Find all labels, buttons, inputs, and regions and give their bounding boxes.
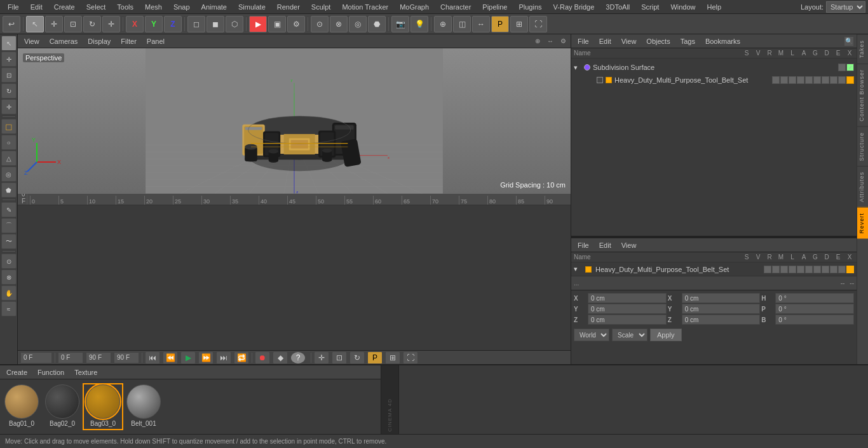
z-size-input[interactable]: 0 cm <box>682 315 761 325</box>
om-file-btn[interactable]: File <box>574 37 593 46</box>
vp-lock-icon[interactable]: ⊕ <box>532 36 543 46</box>
toolbelt-icon-3[interactable] <box>789 76 796 84</box>
pen-btn[interactable]: ✎ <box>1 202 17 217</box>
toolbelt-icon-8[interactable] <box>830 76 837 84</box>
bezier-btn[interactable]: 〜 <box>1 234 17 249</box>
mat-ball-belt[interactable]: Belt_001 <box>125 384 163 429</box>
keyframe-btn[interactable]: ◆ <box>273 351 288 364</box>
attr-icon-2[interactable] <box>772 266 780 273</box>
render-settings-button[interactable]: ⚙ <box>287 16 305 32</box>
cone-btn[interactable]: △ <box>1 151 17 166</box>
vtab-takes[interactable]: Takes <box>857 34 868 64</box>
vtab-revert[interactable]: Revert <box>857 207 868 239</box>
menu-file[interactable]: File <box>3 2 24 12</box>
attr-icon-4[interactable] <box>789 266 796 273</box>
menu-mesh[interactable]: Mesh <box>140 2 167 12</box>
move-left-btn[interactable]: ✛ <box>1 51 17 67</box>
y-rot-input[interactable]: 0 ° <box>775 304 854 314</box>
vtab-content-browser[interactable]: Content Browser <box>857 64 868 126</box>
transform-left-btn[interactable]: ✛ <box>1 99 17 114</box>
attr-icon-1[interactable] <box>764 266 771 273</box>
grab-btn[interactable]: ✋ <box>1 285 17 301</box>
loop-btn[interactable]: 🔁 <box>234 351 249 364</box>
spline-btn[interactable]: ⌒ <box>1 218 17 233</box>
mat-ball-bag03[interactable]: Bag03_0 <box>84 384 122 429</box>
vp-settings-icon[interactable]: ⚙ <box>558 36 568 46</box>
render-view-button[interactable]: ▶ <box>249 16 267 32</box>
scale-dropdown[interactable]: Scale <box>612 329 648 341</box>
light-button[interactable]: 💡 <box>410 16 428 32</box>
viewport-3d[interactable]: Perspective <box>18 48 571 194</box>
toolbelt-icon-6[interactable] <box>813 76 821 84</box>
attr-icon-6[interactable] <box>805 266 813 273</box>
snap-button[interactable]: ⊙ <box>311 16 329 32</box>
world-dropdown[interactable]: World <box>574 329 609 341</box>
menu-3dtoall[interactable]: 3DToAll <box>600 2 635 12</box>
toolbelt-icon-9[interactable] <box>838 76 846 84</box>
paint-btn[interactable]: ⊗ <box>1 269 17 285</box>
mat-create-btn[interactable]: Create <box>3 368 31 377</box>
menu-select[interactable]: Select <box>81 2 111 12</box>
om-bookmarks-btn[interactable]: Bookmarks <box>702 37 744 46</box>
vtab-structure[interactable]: Structure <box>857 126 868 166</box>
z-rot-input[interactable]: 0 ° <box>775 315 854 325</box>
om-objects-btn[interactable]: Objects <box>642 37 674 46</box>
cube-btn[interactable]: ◻ <box>1 119 17 134</box>
toolbelt-icon-4[interactable] <box>797 76 804 84</box>
y-pos-input[interactable]: 0 cm <box>588 304 667 314</box>
z-axis-button[interactable]: Z <box>164 16 182 32</box>
vtab-attributes[interactable]: Attributes <box>857 166 868 207</box>
rotate-left-btn[interactable]: ↻ <box>1 83 17 98</box>
layout-select[interactable]: Startup <box>826 1 865 13</box>
attr-icon-5[interactable] <box>797 266 804 273</box>
x-axis-button[interactable]: X <box>126 16 144 32</box>
mat-ball-bag01[interactable]: Bag01_0 <box>3 384 41 429</box>
scale-tool-button[interactable]: ⊡ <box>64 16 82 32</box>
vp-cameras-btn[interactable]: Cameras <box>46 37 82 46</box>
sphere-btn[interactable]: ○ <box>1 135 17 150</box>
menu-plugins[interactable]: Plugins <box>513 2 546 12</box>
render-region-button[interactable]: ▣ <box>268 16 286 32</box>
mat-ball-bag02[interactable]: Bag02_0 <box>43 384 81 429</box>
prefs-button[interactable]: P <box>491 16 509 32</box>
go-to-end-btn[interactable]: ⏭ <box>216 351 231 364</box>
smooth-btn[interactable]: ≈ <box>1 301 17 316</box>
menu-script[interactable]: Script <box>636 2 664 12</box>
menu-create[interactable]: Create <box>49 2 80 12</box>
help-btn[interactable]: ? <box>290 351 306 364</box>
menu-snap[interactable]: Snap <box>168 2 195 12</box>
om-edit-btn[interactable]: Edit <box>595 37 615 46</box>
attr-expand[interactable]: ▾ <box>574 265 583 273</box>
menu-motion-tracker[interactable]: Motion Tracker <box>337 2 393 12</box>
attr-object-row[interactable]: ▾ Heavy_Duty_Multi_Purpose_Tool_Belt_Set <box>571 262 857 276</box>
x-size-input[interactable]: 0 cm <box>682 293 761 303</box>
toolbelt-icon-7[interactable] <box>822 76 829 84</box>
next-frame-btn[interactable]: ⏩ <box>198 351 214 364</box>
subdiv-vis-1[interactable] <box>838 64 846 71</box>
attr-icon-7[interactable] <box>813 266 821 273</box>
vp-panel-btn[interactable]: Panel <box>143 37 168 46</box>
frame-start-field2[interactable]: 0 F <box>58 352 83 363</box>
toolbelt-icon-2[interactable] <box>780 76 788 84</box>
frame-start-field[interactable]: 0 F <box>20 352 52 363</box>
tree-item-toolbelt[interactable]: Heavy_Duty_Multi_Purpose_Tool_Belt_Set <box>571 74 857 86</box>
om-search-icon[interactable]: 🔍 <box>844 36 854 46</box>
menu-animate[interactable]: Animate <box>196 2 232 12</box>
quantize-button[interactable]: ⊗ <box>330 16 348 32</box>
timeline-ruler[interactable]: 0 F 0 5 10 15 20 25 30 35 40 45 50 55 60… <box>18 194 571 205</box>
y-axis-button[interactable]: Y <box>145 16 163 32</box>
select-left-btn[interactable]: ↖ <box>1 36 17 51</box>
menu-help[interactable]: Help <box>702 2 727 12</box>
undo-button[interactable]: ↩ <box>3 16 20 32</box>
transform-tool-button[interactable]: ✛ <box>102 16 120 32</box>
menu-vray[interactable]: V-Ray Bridge <box>548 2 600 12</box>
select-tool-button[interactable]: ↖ <box>26 16 44 32</box>
x-rot-input[interactable]: 0 ° <box>775 293 854 303</box>
workplane-button[interactable]: ⬣ <box>368 16 386 32</box>
move3d-button[interactable]: ⊕ <box>434 16 452 32</box>
texture-mode-button[interactable]: ⬡ <box>226 16 243 32</box>
rotate-tool-button[interactable]: ↻ <box>83 16 101 32</box>
menu-pipeline[interactable]: Pipeline <box>477 2 512 12</box>
vp-filter-btn[interactable]: Filter <box>117 37 140 46</box>
go-to-start-btn[interactable]: ⏮ <box>145 351 160 364</box>
